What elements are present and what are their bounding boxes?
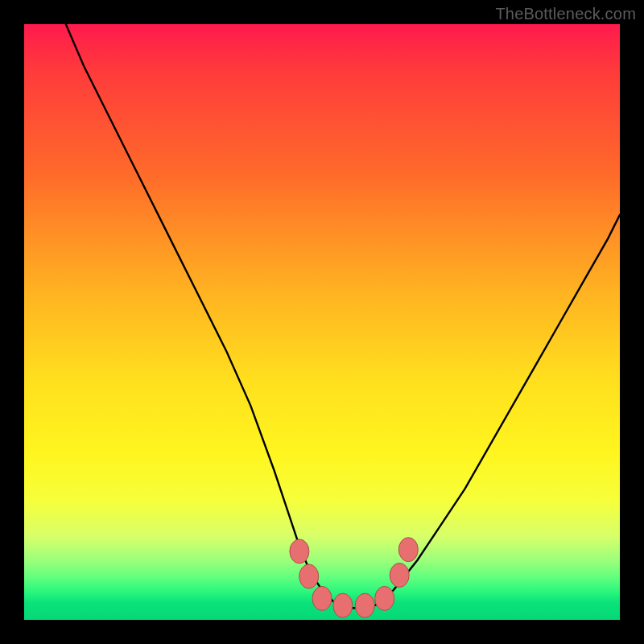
curve-marker [333, 593, 353, 617]
curve-marker [375, 586, 394, 610]
curve-marker [355, 593, 374, 617]
curve-marker [390, 564, 409, 588]
curve-marker [398, 538, 418, 562]
curve-marker [312, 586, 332, 610]
curve-layer [24, 24, 620, 620]
chart-frame: TheBottleneck.com [0, 0, 644, 644]
curve-marker [290, 539, 309, 564]
watermark-text: TheBottleneck.com [495, 5, 636, 23]
marker-group [290, 538, 418, 618]
bottleneck-curve [66, 24, 620, 608]
plot-area [24, 24, 620, 620]
curve-marker [299, 564, 319, 588]
